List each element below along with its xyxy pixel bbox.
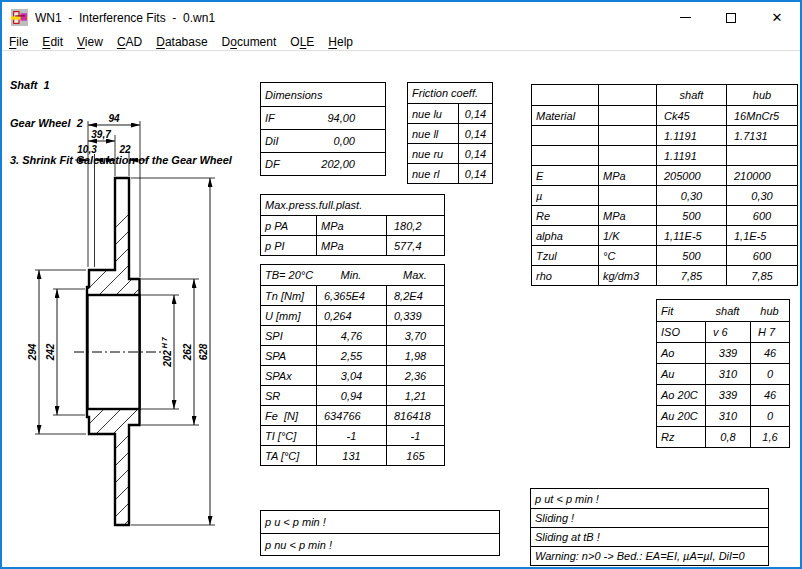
table-cell: 165 (386, 446, 444, 465)
menu-help[interactable]: Help (321, 35, 360, 49)
max-pressure-table: Max.press.full.plast. p PAMPa180,2 p PIM… (260, 194, 445, 256)
status-row: p ut < p min ! (531, 489, 768, 508)
table-cell: 339 (705, 343, 750, 363)
table-cell: DF (261, 153, 311, 175)
menu-cad[interactable]: CAD (110, 35, 149, 49)
window-controls: ✕ (662, 2, 800, 33)
table-header-row: shafthub (532, 85, 797, 105)
table-cell: 577,4 (386, 236, 444, 255)
table-cell: 1.1191 (656, 146, 726, 165)
status-message: p nu < p min ! (261, 534, 499, 555)
table-cell: 2,36 (386, 366, 444, 385)
table-cell: p PI (261, 236, 316, 255)
table-cell: SPI (261, 326, 316, 345)
table-row: SR0,941,21 (261, 385, 444, 405)
menu-view[interactable]: View (70, 35, 110, 49)
table-row: nue rl0,14 (408, 163, 492, 183)
table-cell: 0,14 (458, 164, 492, 183)
status-box-left: p u < p min ! p nu < p min ! (260, 510, 500, 556)
table-cell: Max. (386, 265, 444, 285)
table-cell (598, 186, 656, 205)
table-cell: 8,2E4 (386, 286, 444, 305)
table-row: DF202,00 (261, 152, 385, 175)
table-cell: Tn [Nm] (261, 286, 316, 305)
table-cell: 816418 (386, 406, 444, 425)
table-row: SPAx3,042,36 (261, 365, 444, 385)
menu-ole[interactable]: OLE (283, 35, 321, 49)
table-cell: Ao (657, 343, 705, 363)
maximize-button[interactable] (708, 2, 754, 33)
table-cell: 1.1191 (656, 126, 726, 145)
table-cell: MPa (598, 166, 656, 185)
table-cell: DiI (261, 130, 311, 152)
table-cell (598, 146, 656, 165)
app-window: WN1 - Interference Fits - 0.wn1 ✕ File E… (0, 0, 802, 569)
table-cell: SPA (261, 346, 316, 365)
table-cell: 0,14 (458, 104, 492, 123)
table-row: nue lu0,14 (408, 103, 492, 123)
status-message: Warning: n>0 -> Bed.: EA=EI, µA=µI, DiI=… (531, 547, 768, 565)
gear-wheel-section-drawing: 94 39,7 10,3 22 294 242 202 H 7 262 628 (2, 97, 232, 547)
table-cell: 0 (750, 406, 789, 426)
table-row: TA [°C]131165 (261, 445, 444, 465)
menu-bar: File Edit View CAD Database Document OLE… (2, 33, 800, 51)
table-cell: MPa (316, 236, 386, 255)
window-title: WN1 - Interference Fits - 0.wn1 (35, 11, 215, 25)
table-cell: Material (532, 106, 598, 125)
table-cell: IF (261, 107, 311, 129)
table-row: SPI4,763,70 (261, 325, 444, 345)
table-cell: nue ll (408, 124, 458, 143)
table-row: SPA2,551,98 (261, 345, 444, 365)
table-cell: 7,85 (656, 266, 726, 285)
status-message: p ut < p min ! (531, 489, 768, 508)
table-cell: 2,55 (316, 346, 386, 365)
table-row: Tzul°C500600 (532, 245, 797, 265)
menu-edit[interactable]: Edit (35, 35, 70, 49)
table-cell: shaft (656, 85, 726, 105)
table-cell: nue rl (408, 164, 458, 183)
table-cell: 3,04 (316, 366, 386, 385)
menu-database[interactable]: Database (149, 35, 214, 49)
dim-label: 22 (118, 144, 131, 155)
table-cell: Re (532, 206, 598, 225)
table-row: IF94,00 (261, 106, 385, 129)
table-row: 1.1191 (532, 145, 797, 165)
dim-label-bore: 202 H 7 (161, 336, 173, 368)
table-title-row: Dimensions (261, 83, 385, 106)
table-cell: TI [°C] (261, 426, 316, 445)
table-cell: 0 (750, 364, 789, 384)
table-cell: 0,30 (726, 186, 797, 205)
table-title-row: Friction coeff. (408, 83, 492, 103)
table-cell: 3,70 (386, 326, 444, 345)
table-cell: 202,00 (311, 153, 385, 175)
table-cell: Ao 20C (657, 385, 705, 405)
table-cell: 46 (750, 385, 789, 405)
status-message: Sliding ! (531, 509, 768, 527)
dimensions-table: Dimensions IF94,00 DiI0,00 DF202,00 (260, 82, 386, 176)
table-cell: hub (750, 300, 789, 321)
table-cell: 131 (316, 446, 386, 465)
table-cell: Au 20C (657, 406, 705, 426)
title-bar[interactable]: WN1 - Interference Fits - 0.wn1 ✕ (2, 2, 800, 33)
minimize-button[interactable] (662, 2, 708, 33)
table-cell: 1,98 (386, 346, 444, 365)
table-cell: 180,2 (386, 216, 444, 235)
menu-file[interactable]: File (2, 35, 35, 49)
table-cell: nue ru (408, 144, 458, 163)
menu-document[interactable]: Document (215, 35, 284, 49)
table-cell: °C (598, 246, 656, 265)
table-title: Friction coeff. (408, 83, 492, 103)
table-cell: 0,339 (386, 306, 444, 325)
table-title: Max.press.full.plast. (261, 195, 444, 215)
table-cell (598, 106, 656, 125)
table-cell: 1,21 (386, 386, 444, 405)
table-cell: 0,8 (705, 427, 750, 447)
table-cell: 310 (705, 364, 750, 384)
status-row: Warning: n>0 -> Bed.: EA=EI, µA=µI, DiI=… (531, 546, 768, 565)
table-header-row: Fitshafthub (657, 300, 789, 321)
close-button[interactable]: ✕ (754, 2, 800, 33)
table-row: 1.11911.7131 (532, 125, 797, 145)
table-cell: E (532, 166, 598, 185)
table-row: nue ll0,14 (408, 123, 492, 143)
table-row: ReMPa500600 (532, 205, 797, 225)
